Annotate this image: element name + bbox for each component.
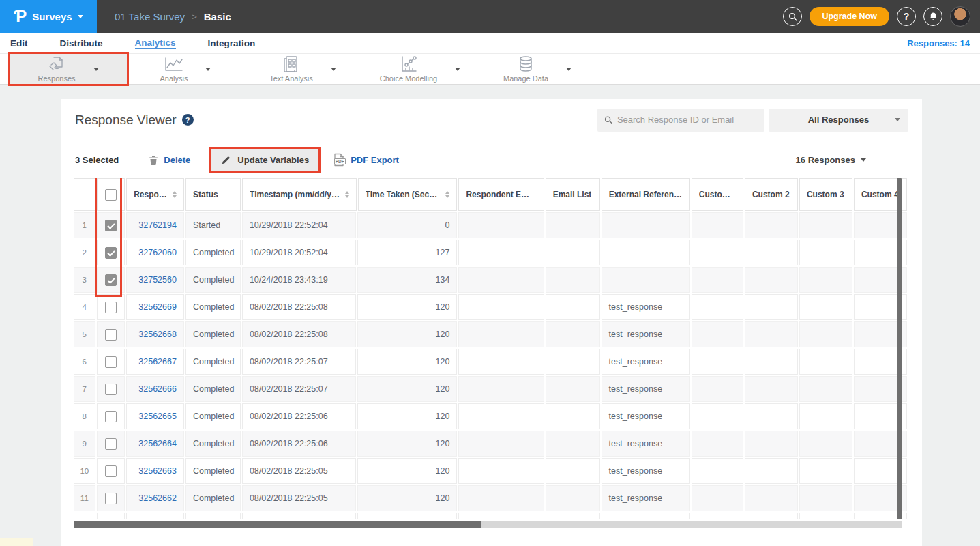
cell-id[interactable]: 32562668	[126, 321, 184, 347]
product-menu[interactable]: Ƥ Surveys	[0, 0, 97, 33]
cell-status: Completed	[185, 403, 241, 429]
cell-checkbox[interactable]	[97, 485, 125, 511]
cell-num: 10	[74, 458, 95, 484]
row-checkbox[interactable]	[105, 438, 117, 450]
table-row: 1232562661Completed08/02/2018 22:25:0412…	[74, 513, 907, 519]
chevron-down-icon[interactable]	[455, 68, 460, 71]
cell-id[interactable]: 32562664	[126, 431, 184, 457]
cell-id[interactable]: 32562662	[126, 485, 184, 511]
cell-external_reference: test_response	[602, 376, 690, 402]
row-checkbox[interactable]	[105, 356, 117, 368]
cell-checkbox[interactable]	[97, 294, 125, 320]
cell-id[interactable]: 32562663	[126, 458, 184, 484]
cell-checkbox[interactable]	[97, 240, 125, 265]
sort-icon[interactable]	[345, 191, 349, 198]
row-checkbox[interactable]	[105, 493, 117, 504]
column-header-id[interactable]: Response ID	[126, 178, 184, 211]
cell-id[interactable]: 32562667	[126, 349, 184, 375]
delete-button[interactable]: Delete	[149, 154, 190, 165]
cell-id[interactable]: 32562661	[126, 513, 184, 519]
cell-checkbox[interactable]	[97, 431, 125, 457]
toolbar-item-responses[interactable]: Responses	[10, 54, 127, 84]
toolbar-item-analysis[interactable]: Analysis	[127, 54, 244, 84]
horizontal-scrollbar-thumb[interactable]	[74, 521, 481, 528]
row-checkbox[interactable]	[105, 247, 117, 259]
row-checkbox[interactable]	[105, 465, 117, 477]
breadcrumb-survey-name[interactable]: 01 Take Survey	[115, 11, 185, 23]
cell-checkbox[interactable]	[97, 376, 125, 402]
row-checkbox[interactable]	[105, 274, 117, 286]
cell-id[interactable]: 32762060	[126, 240, 184, 265]
cell-id[interactable]: 32562665	[126, 403, 184, 429]
cell-checkbox[interactable]	[97, 458, 125, 484]
cell-checkbox[interactable]	[97, 513, 125, 519]
toolbar-item-choice-modelling[interactable]: Choice Modelling	[361, 54, 479, 84]
update-variables-button[interactable]: Update Variables	[209, 147, 321, 173]
row-checkbox[interactable]	[105, 302, 117, 313]
breadcrumb: 01 Take Survey > Basic	[115, 11, 231, 23]
cell-checkbox[interactable]	[97, 403, 125, 429]
sort-icon[interactable]	[173, 191, 177, 198]
chevron-down-icon[interactable]	[566, 68, 571, 71]
tab-integration[interactable]: Integration	[208, 38, 256, 48]
cell-checkbox[interactable]	[97, 267, 125, 293]
cell-checkbox[interactable]	[97, 212, 125, 238]
notifications-button[interactable]	[923, 7, 942, 26]
cell-custom3	[799, 349, 852, 375]
response-search[interactable]	[597, 109, 764, 132]
chevron-down-icon[interactable]	[331, 68, 336, 71]
cell-external_reference: test_response	[602, 431, 690, 457]
cell-status: Completed	[185, 240, 241, 265]
cell-respondent_email	[458, 349, 544, 375]
viewer-header: Response Viewer ? All Responses	[61, 99, 922, 141]
cell-custom2	[745, 267, 798, 293]
cell-checkbox[interactable]	[97, 321, 125, 347]
row-checkbox[interactable]	[105, 411, 117, 422]
toolbar-item-label: Analysis	[160, 74, 188, 83]
cell-custom2	[745, 513, 798, 519]
cell-id[interactable]: 32562669	[126, 294, 184, 320]
toolbar-item-text-analysis[interactable]: Text Analysis	[244, 54, 361, 84]
chevron-down-icon[interactable]	[93, 68, 99, 71]
row-checkbox[interactable]	[105, 220, 117, 231]
table-vertical-scrollbar[interactable]	[897, 178, 902, 519]
cell-custom3	[799, 458, 852, 484]
search-button[interactable]	[783, 7, 802, 26]
cell-timestamp: 08/02/2018 22:25:08	[242, 294, 357, 320]
cell-checkbox[interactable]	[97, 349, 125, 375]
tab-edit[interactable]: Edit	[10, 38, 28, 48]
search-input[interactable]	[617, 115, 758, 125]
user-avatar[interactable]	[950, 6, 970, 27]
toolbar-item-manage-data[interactable]: Manage Data	[479, 54, 596, 84]
upgrade-now-button[interactable]: Upgrade Now	[810, 7, 889, 26]
cell-custom2	[745, 403, 798, 429]
sort-icon[interactable]	[445, 191, 449, 198]
breadcrumb-page-name: Basic	[204, 11, 231, 23]
row-checkbox[interactable]	[105, 384, 117, 395]
cell-status: Completed	[185, 321, 241, 347]
cell-id[interactable]: 32562666	[126, 376, 184, 402]
brand-logo-icon: Ƥ	[14, 8, 27, 25]
pdf-export-button[interactable]: PDF PDF Export	[333, 153, 399, 167]
cell-id[interactable]: 32752560	[126, 267, 184, 293]
help-icon[interactable]: ?	[182, 114, 194, 126]
cell-custom1	[692, 485, 743, 511]
column-header-num	[74, 178, 95, 211]
cell-custom1	[692, 212, 743, 238]
chevron-down-icon[interactable]	[205, 68, 211, 71]
help-button[interactable]: ?	[897, 7, 916, 26]
delete-label: Delete	[164, 155, 190, 165]
cell-num: 11	[74, 485, 95, 511]
column-header-time_taken[interactable]: Time Taken (Seconds)	[358, 178, 458, 211]
column-header-timestamp[interactable]: Timestamp (mm/dd/yyyy)	[242, 178, 357, 211]
tab-analytics[interactable]: Analytics	[135, 38, 176, 49]
response-filter-dropdown[interactable]: All Responses	[769, 109, 908, 132]
cell-id[interactable]: 32762194	[126, 212, 184, 238]
select-all-checkbox[interactable]	[105, 189, 117, 201]
page-size-dropdown[interactable]: 16 Responses	[796, 155, 866, 165]
cell-timestamp: 08/02/2018 22:25:07	[242, 376, 357, 402]
tab-distribute[interactable]: Distribute	[60, 38, 103, 48]
column-header-checkbox[interactable]	[97, 178, 125, 211]
row-checkbox[interactable]	[105, 329, 117, 341]
table-horizontal-scrollbar[interactable]	[74, 521, 902, 528]
